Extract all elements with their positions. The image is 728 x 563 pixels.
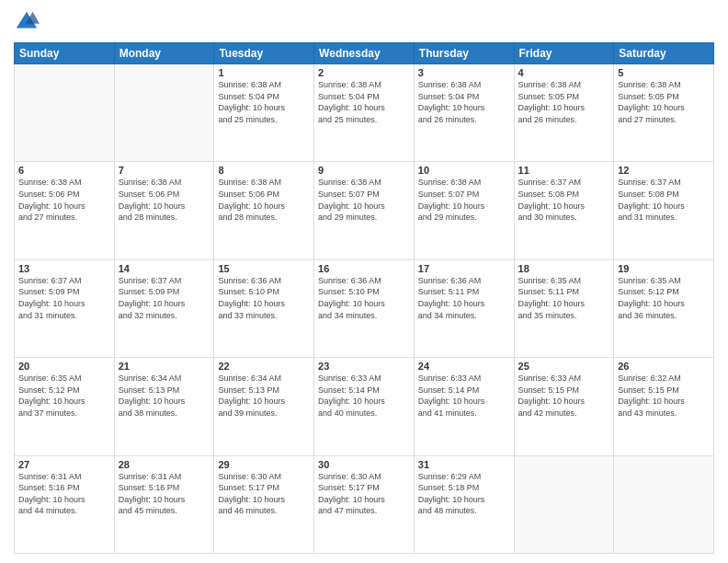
day-number: 15 [218, 263, 310, 274]
calendar-cell: 24Sunrise: 6:33 AM Sunset: 5:14 PM Dayli… [414, 358, 514, 455]
weekday-header: Wednesday [314, 43, 415, 64]
calendar-week-row: 20Sunrise: 6:35 AM Sunset: 5:12 PM Dayli… [15, 358, 714, 455]
day-number: 19 [618, 263, 710, 274]
calendar-cell: 16Sunrise: 6:36 AM Sunset: 5:10 PM Dayli… [314, 259, 415, 357]
weekday-header: Monday [114, 43, 214, 64]
calendar-cell [614, 455, 714, 553]
calendar-cell: 5Sunrise: 6:38 AM Sunset: 5:05 PM Daylig… [614, 64, 714, 162]
day-number: 2 [318, 67, 410, 78]
calendar-cell: 31Sunrise: 6:29 AM Sunset: 5:18 PM Dayli… [414, 455, 514, 553]
day-number: 10 [418, 165, 510, 176]
calendar-cell: 19Sunrise: 6:35 AM Sunset: 5:12 PM Dayli… [614, 259, 714, 357]
day-detail: Sunrise: 6:29 AM Sunset: 5:18 PM Dayligh… [418, 471, 510, 517]
weekday-header: Thursday [414, 43, 514, 64]
calendar-cell: 28Sunrise: 6:31 AM Sunset: 5:16 PM Dayli… [114, 455, 214, 553]
day-number: 6 [18, 165, 110, 176]
day-detail: Sunrise: 6:35 AM Sunset: 5:11 PM Dayligh… [518, 275, 610, 321]
weekday-header: Saturday [614, 43, 714, 64]
calendar-cell: 26Sunrise: 6:32 AM Sunset: 5:15 PM Dayli… [614, 358, 714, 455]
weekday-header: Friday [514, 43, 614, 64]
day-number: 27 [18, 459, 110, 470]
calendar-cell: 3Sunrise: 6:38 AM Sunset: 5:04 PM Daylig… [414, 64, 514, 162]
day-detail: Sunrise: 6:38 AM Sunset: 5:05 PM Dayligh… [618, 79, 710, 125]
calendar-cell [15, 64, 115, 162]
calendar-header: SundayMondayTuesdayWednesdayThursdayFrid… [15, 43, 714, 64]
day-number: 4 [518, 67, 610, 78]
calendar-cell: 20Sunrise: 6:35 AM Sunset: 5:12 PM Dayli… [15, 358, 115, 455]
calendar-cell: 23Sunrise: 6:33 AM Sunset: 5:14 PM Dayli… [314, 358, 415, 455]
day-number: 24 [418, 361, 510, 372]
weekday-header: Sunday [15, 43, 115, 64]
calendar-table: SundayMondayTuesdayWednesdayThursdayFrid… [14, 42, 714, 554]
day-number: 28 [119, 459, 210, 470]
calendar-cell: 1Sunrise: 6:38 AM Sunset: 5:04 PM Daylig… [214, 64, 314, 162]
calendar-cell: 15Sunrise: 6:36 AM Sunset: 5:10 PM Dayli… [214, 259, 314, 357]
day-detail: Sunrise: 6:38 AM Sunset: 5:04 PM Dayligh… [218, 79, 310, 125]
day-number: 29 [218, 459, 310, 470]
day-detail: Sunrise: 6:31 AM Sunset: 5:16 PM Dayligh… [119, 471, 210, 517]
day-detail: Sunrise: 6:38 AM Sunset: 5:07 PM Dayligh… [318, 177, 410, 223]
day-detail: Sunrise: 6:37 AM Sunset: 5:08 PM Dayligh… [618, 177, 710, 223]
day-number: 9 [318, 165, 410, 176]
calendar-cell: 6Sunrise: 6:38 AM Sunset: 5:06 PM Daylig… [15, 162, 115, 259]
calendar-cell: 18Sunrise: 6:35 AM Sunset: 5:11 PM Dayli… [514, 259, 614, 357]
day-detail: Sunrise: 6:31 AM Sunset: 5:16 PM Dayligh… [18, 471, 110, 517]
calendar-cell: 30Sunrise: 6:30 AM Sunset: 5:17 PM Dayli… [314, 455, 415, 553]
calendar-cell: 11Sunrise: 6:37 AM Sunset: 5:08 PM Dayli… [514, 162, 614, 259]
day-detail: Sunrise: 6:36 AM Sunset: 5:10 PM Dayligh… [318, 275, 410, 321]
day-detail: Sunrise: 6:36 AM Sunset: 5:11 PM Dayligh… [418, 275, 510, 321]
calendar-cell [514, 455, 614, 553]
day-number: 8 [218, 165, 310, 176]
day-number: 5 [618, 67, 710, 78]
page: SundayMondayTuesdayWednesdayThursdayFrid… [0, 0, 728, 563]
calendar-cell: 27Sunrise: 6:31 AM Sunset: 5:16 PM Dayli… [15, 455, 115, 553]
day-detail: Sunrise: 6:38 AM Sunset: 5:06 PM Dayligh… [119, 177, 210, 223]
calendar-cell: 10Sunrise: 6:38 AM Sunset: 5:07 PM Dayli… [414, 162, 514, 259]
day-number: 16 [318, 263, 410, 274]
day-detail: Sunrise: 6:34 AM Sunset: 5:13 PM Dayligh… [218, 373, 310, 419]
calendar-cell: 4Sunrise: 6:38 AM Sunset: 5:05 PM Daylig… [514, 64, 614, 162]
calendar-cell: 7Sunrise: 6:38 AM Sunset: 5:06 PM Daylig… [114, 162, 214, 259]
calendar-week-row: 1Sunrise: 6:38 AM Sunset: 5:04 PM Daylig… [15, 64, 714, 162]
calendar-cell: 21Sunrise: 6:34 AM Sunset: 5:13 PM Dayli… [114, 358, 214, 455]
calendar-cell: 9Sunrise: 6:38 AM Sunset: 5:07 PM Daylig… [314, 162, 415, 259]
day-detail: Sunrise: 6:38 AM Sunset: 5:04 PM Dayligh… [418, 79, 510, 125]
calendar-cell: 2Sunrise: 6:38 AM Sunset: 5:04 PM Daylig… [314, 64, 415, 162]
day-number: 26 [618, 361, 710, 372]
day-detail: Sunrise: 6:33 AM Sunset: 5:15 PM Dayligh… [518, 373, 610, 419]
calendar-body: 1Sunrise: 6:38 AM Sunset: 5:04 PM Daylig… [15, 64, 714, 554]
logo-icon [14, 9, 40, 35]
logo [14, 9, 43, 35]
day-detail: Sunrise: 6:33 AM Sunset: 5:14 PM Dayligh… [318, 373, 410, 419]
day-detail: Sunrise: 6:38 AM Sunset: 5:05 PM Dayligh… [518, 79, 610, 125]
calendar-cell: 29Sunrise: 6:30 AM Sunset: 5:17 PM Dayli… [214, 455, 314, 553]
day-number: 1 [218, 67, 310, 78]
day-detail: Sunrise: 6:37 AM Sunset: 5:08 PM Dayligh… [518, 177, 610, 223]
day-number: 17 [418, 263, 510, 274]
day-detail: Sunrise: 6:37 AM Sunset: 5:09 PM Dayligh… [18, 275, 110, 321]
day-detail: Sunrise: 6:35 AM Sunset: 5:12 PM Dayligh… [18, 373, 110, 419]
day-detail: Sunrise: 6:36 AM Sunset: 5:10 PM Dayligh… [218, 275, 310, 321]
day-number: 21 [119, 361, 210, 372]
calendar-cell: 17Sunrise: 6:36 AM Sunset: 5:11 PM Dayli… [414, 259, 514, 357]
day-number: 31 [418, 459, 510, 470]
day-number: 25 [518, 361, 610, 372]
day-detail: Sunrise: 6:38 AM Sunset: 5:07 PM Dayligh… [418, 177, 510, 223]
calendar-cell: 8Sunrise: 6:38 AM Sunset: 5:06 PM Daylig… [214, 162, 314, 259]
calendar-cell: 14Sunrise: 6:37 AM Sunset: 5:09 PM Dayli… [114, 259, 214, 357]
day-number: 11 [518, 165, 610, 176]
day-number: 12 [618, 165, 710, 176]
day-number: 7 [119, 165, 210, 176]
day-number: 14 [119, 263, 210, 274]
day-detail: Sunrise: 6:35 AM Sunset: 5:12 PM Dayligh… [618, 275, 710, 321]
day-detail: Sunrise: 6:37 AM Sunset: 5:09 PM Dayligh… [119, 275, 210, 321]
calendar-cell: 12Sunrise: 6:37 AM Sunset: 5:08 PM Dayli… [614, 162, 714, 259]
calendar-week-row: 27Sunrise: 6:31 AM Sunset: 5:16 PM Dayli… [15, 455, 714, 553]
calendar-cell [114, 64, 214, 162]
calendar-cell: 25Sunrise: 6:33 AM Sunset: 5:15 PM Dayli… [514, 358, 614, 455]
day-detail: Sunrise: 6:38 AM Sunset: 5:06 PM Dayligh… [18, 177, 110, 223]
day-number: 13 [18, 263, 110, 274]
calendar-week-row: 6Sunrise: 6:38 AM Sunset: 5:06 PM Daylig… [15, 162, 714, 259]
day-detail: Sunrise: 6:30 AM Sunset: 5:17 PM Dayligh… [218, 471, 310, 517]
day-number: 23 [318, 361, 410, 372]
